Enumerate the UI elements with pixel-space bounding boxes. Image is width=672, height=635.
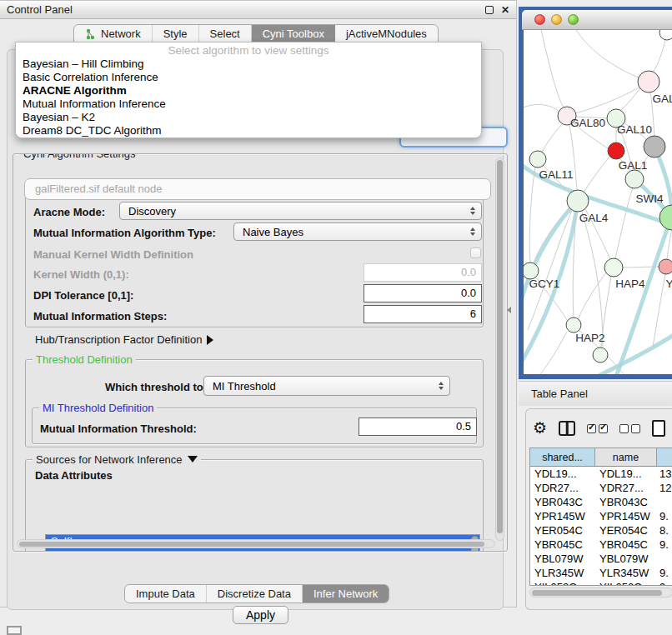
aracne-mode-combobox[interactable]: Discovery [119, 202, 482, 220]
dpi-tolerance-field[interactable]: 0.0 [364, 284, 482, 302]
which-threshold-combobox[interactable]: MI Threshold [203, 376, 450, 396]
network-edge[interactable] [540, 30, 564, 108]
mi-type-value: Naive Bayes [243, 226, 303, 238]
node-SWI4[interactable] [625, 170, 644, 188]
splitpane-collapse-handle[interactable] [507, 307, 511, 313]
table-row[interactable]: YLR345WYLR345W9. [530, 566, 672, 580]
table-row[interactable]: YPR145WYPR145W9. [530, 509, 672, 523]
dropdown-item[interactable]: Mutual Information Inference [16, 98, 481, 111]
tab-network[interactable]: Network [74, 25, 153, 42]
table-cell: 9. [657, 538, 672, 552]
node-HAP2[interactable] [566, 318, 581, 332]
sources-group-title[interactable]: Sources for Network Inference [33, 453, 201, 466]
gear-icon[interactable]: ⚙ [533, 420, 547, 437]
kernel-width-field[interactable]: 0.0 [364, 263, 482, 282]
function-icon[interactable] [652, 420, 665, 437]
zoom-traffic-light-icon[interactable] [568, 14, 579, 25]
column-browser-icon[interactable] [559, 421, 575, 436]
network-edge[interactable] [540, 332, 567, 374]
table-cell: YBR045C [595, 538, 657, 552]
table-cell: YDL19... [530, 467, 595, 481]
network-edge[interactable] [615, 188, 633, 258]
table-row[interactable]: YDL19...YDL19...13 [530, 467, 672, 481]
table-horizontal-scrollbar[interactable] [529, 588, 672, 598]
node-pink-top[interactable] [638, 71, 659, 92]
deselect-all-icon[interactable] [619, 424, 640, 433]
node-GCY1[interactable] [524, 262, 539, 279]
float-window-icon[interactable] [485, 6, 494, 14]
network-edge[interactable] [542, 124, 562, 152]
node-HAP4[interactable] [604, 258, 623, 277]
table-row[interactable]: YER054CYER054C8. [530, 523, 672, 538]
dropdown-item[interactable]: Basic Correlation Inference [16, 71, 481, 84]
dropdown-item[interactable]: Bayesian – Hill Climbing [16, 58, 481, 71]
settings-horizontal-scrollbar[interactable] [17, 539, 495, 548]
network-edge[interactable] [619, 88, 640, 112]
attribute-item[interactable]: TopologicalCoefficient [46, 548, 479, 552]
hub-definition-toggle[interactable]: Hub/Transcription Factor Definition [35, 333, 213, 346]
network-edge[interactable] [582, 212, 603, 347]
network-edge[interactable] [524, 104, 559, 112]
table-panel: ⚙ shared...name YDL19...YDL19...13YDR27.… [525, 408, 672, 610]
node-label-Y: Y [665, 278, 672, 290]
apply-button[interactable]: Apply [233, 606, 288, 624]
node-gray[interactable] [644, 136, 665, 158]
network-edge[interactable] [653, 274, 665, 347]
node-GAL11[interactable] [529, 151, 546, 168]
tab-style[interactable]: Style [153, 25, 199, 42]
table-cell: YBL079W [595, 552, 657, 566]
column-header-name[interactable]: name [595, 448, 657, 466]
table-row[interactable]: YBR043CYBR043C [530, 495, 672, 509]
tab-infer-network[interactable]: Infer Network [303, 585, 389, 602]
table-row[interactable]: YBR045CYBR045C9. [530, 538, 672, 552]
select-all-icon[interactable] [587, 424, 608, 433]
close-icon[interactable]: ✕ [501, 4, 509, 16]
tab-jactivemnodules[interactable]: jActiveMNodules [335, 25, 438, 42]
bottom-left-partial-button[interactable] [7, 626, 22, 635]
cyni-algorithm-settings-group: Cyni Algorithm Settings Algorithm Defini… [13, 153, 508, 552]
dropdown-item[interactable]: Bayesian – K2 [16, 111, 481, 124]
mi-threshold-field[interactable]: 0.5 [359, 418, 477, 436]
node-salmon[interactable] [659, 259, 672, 274]
network-edge[interactable] [529, 168, 535, 262]
node-top-partial[interactable] [659, 30, 672, 40]
tab-discretize-data[interactable]: Discretize Data [207, 585, 303, 602]
column-header-shared...[interactable]: shared... [530, 448, 595, 466]
manual-kernel-checkbox[interactable] [470, 248, 481, 258]
network-edge[interactable] [579, 272, 606, 318]
node-label-GAL1: GAL1 [619, 159, 648, 172]
tab-impute-data[interactable]: Impute Data [125, 585, 207, 602]
mi-steps-field[interactable]: 6 [364, 305, 482, 323]
dpi-tolerance-label: DPI Tolerance [0,1]: [33, 289, 133, 302]
table-row[interactable]: YIL052CYIL052C9 [530, 580, 672, 586]
column-header-partial[interactable] [657, 448, 672, 466]
network-edge[interactable] [574, 30, 640, 78]
data-table-combobox[interactable]: galFiltered.sif default node [24, 178, 491, 200]
minimize-traffic-light-icon[interactable] [551, 14, 562, 25]
network-edge[interactable] [584, 157, 609, 192]
node-GAL1-red[interactable] [608, 142, 624, 159]
node-right-green[interactable] [659, 205, 672, 230]
tab-cyni-toolbox[interactable]: Cyni Toolbox [252, 25, 335, 42]
table-cell: 9 [657, 580, 672, 586]
mi-type-combobox[interactable]: Naive Bayes [233, 222, 482, 241]
table-cell: 8. [657, 523, 672, 538]
dropdown-item[interactable]: Dream8 DC_TDC Algorithm [16, 124, 481, 138]
node-GAL4[interactable] [567, 190, 589, 212]
node-table[interactable]: shared...name YDL19...YDL19...13YDR27...… [529, 448, 672, 586]
dropdown-item[interactable]: ARACNE Algorithm [16, 84, 481, 98]
sources-title-label: Sources for Network Inference [36, 453, 183, 466]
tab-label: Cyni Toolbox [263, 28, 324, 40]
mi-threshold-group-title: MI Threshold Definition [39, 402, 157, 414]
tab-select[interactable]: Select [199, 25, 252, 42]
table-cell: 12 [657, 481, 672, 495]
table-row[interactable]: YBL079WYBL079W [530, 552, 672, 566]
node-bottom-partial[interactable] [593, 348, 608, 362]
close-traffic-light-icon[interactable] [534, 14, 545, 25]
network-canvas[interactable]: GALGAL80GAL10GAL1GAL11SWI4GAL4GCY1HAP4YH… [524, 30, 672, 374]
table-row[interactable]: YDR27...YDR27...12 [530, 481, 672, 495]
settings-vertical-scrollbar[interactable] [495, 158, 504, 541]
network-window-titlebar [522, 10, 672, 30]
control-panel-tabs: NetworkStyleSelectCyni ToolboxjActiveMNo… [73, 24, 439, 43]
kernel-width-label: Kernel Width (0,1): [33, 268, 129, 281]
